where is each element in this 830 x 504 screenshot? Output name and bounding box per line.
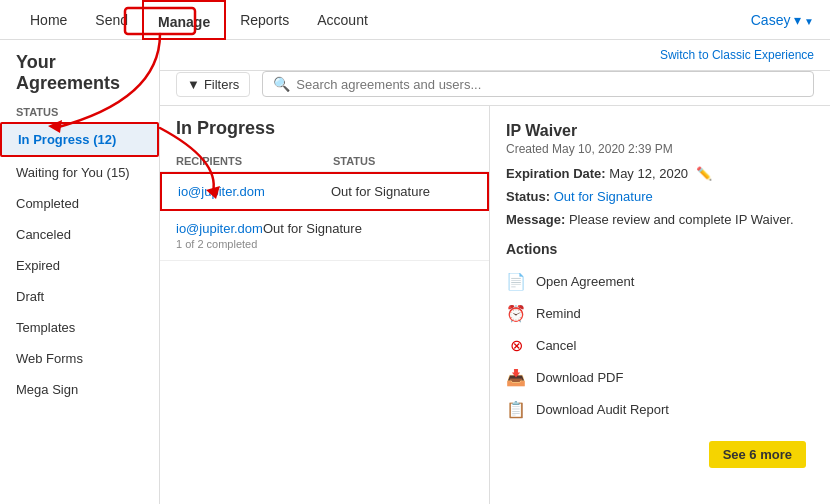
sidebar-item-completed[interactable]: Completed xyxy=(0,188,159,219)
nav-manage[interactable]: Manage xyxy=(142,0,226,40)
nav-send[interactable]: Send xyxy=(81,0,142,40)
nav-account[interactable]: Account xyxy=(303,0,382,40)
list-columns: RECIPIENTS STATUS xyxy=(160,151,489,172)
remind-label: Remind xyxy=(536,306,581,321)
detail-panel: IP Waiver Created May 10, 2020 2:39 PM E… xyxy=(490,106,830,504)
download-audit-icon: 📋 xyxy=(506,399,526,419)
top-nav: Home Send Manage Reports Account Casey ▾ xyxy=(0,0,830,40)
actions-title: Actions xyxy=(506,241,814,257)
search-input[interactable] xyxy=(296,77,803,92)
search-icon: 🔍 xyxy=(273,76,290,92)
sidebar-status-label: STATUS xyxy=(0,98,159,122)
status-2: Out for Signature xyxy=(263,221,362,236)
status-1: Out for Signature xyxy=(331,184,471,199)
expiration-label: Expiration Date: xyxy=(506,166,606,181)
main-content: Switch to Classic Experience ▼ Filters 🔍… xyxy=(160,40,830,504)
remind-icon: ⏰ xyxy=(506,303,526,323)
download-pdf-label: Download PDF xyxy=(536,370,623,385)
see-more-button[interactable]: See 6 more xyxy=(709,441,806,468)
detail-expiration: Expiration Date: May 12, 2020 ✏️ xyxy=(506,166,814,181)
nav-home[interactable]: Home xyxy=(16,0,81,40)
filter-label: Filters xyxy=(204,77,239,92)
sidebar-header: Your Agreements xyxy=(0,40,159,98)
status-label: Status: xyxy=(506,189,550,204)
sidebar-item-canceled[interactable]: Canceled xyxy=(0,219,159,250)
list-row-2[interactable]: io@jupiter.dom Out for Signature 1 of 2 … xyxy=(160,211,489,261)
col-header-status: STATUS xyxy=(333,155,473,167)
sidebar-item-in-progress[interactable]: In Progress (12) xyxy=(0,122,159,157)
open-agreement-icon: 📄 xyxy=(506,271,526,291)
recipient-2: io@jupiter.dom xyxy=(176,221,263,236)
filter-icon: ▼ xyxy=(187,77,200,92)
agreement-list: In Progress RECIPIENTS STATUS io@jupiter… xyxy=(160,106,490,504)
search-toolbar: ▼ Filters 🔍 xyxy=(160,71,830,106)
action-download-pdf[interactable]: 📥 Download PDF xyxy=(506,361,814,393)
open-agreement-label: Open Agreement xyxy=(536,274,634,289)
list-header: In Progress xyxy=(160,106,489,151)
detail-status: Status: Out for Signature xyxy=(506,189,814,204)
sidebar-item-waiting-for-you[interactable]: Waiting for You (15) xyxy=(0,157,159,188)
sidebar-item-mega-sign[interactable]: Mega Sign xyxy=(0,374,159,405)
action-cancel[interactable]: ⊗ Cancel xyxy=(506,329,814,361)
sidebar-item-expired[interactable]: Expired xyxy=(0,250,159,281)
action-remind[interactable]: ⏰ Remind xyxy=(506,297,814,329)
page-container: Your Agreements STATUS In Progress (12) … xyxy=(0,40,830,504)
sidebar: Your Agreements STATUS In Progress (12) … xyxy=(0,40,160,504)
main-toolbar: Switch to Classic Experience xyxy=(160,40,830,71)
sub-text-2: 1 of 2 completed xyxy=(176,238,473,250)
col-header-recipients: RECIPIENTS xyxy=(176,155,333,167)
recipient-1: io@jupiter.dom xyxy=(178,184,331,199)
search-box[interactable]: 🔍 xyxy=(262,71,814,97)
edit-expiration-icon[interactable]: ✏️ xyxy=(696,166,712,181)
sidebar-item-templates[interactable]: Templates xyxy=(0,312,159,343)
nav-reports[interactable]: Reports xyxy=(226,0,303,40)
cancel-label: Cancel xyxy=(536,338,576,353)
list-row-1[interactable]: io@jupiter.dom Out for Signature xyxy=(160,172,489,211)
message-label: Message: xyxy=(506,212,565,227)
detail-title: IP Waiver xyxy=(506,122,814,140)
detail-message: Message: Please review and complete IP W… xyxy=(506,212,814,227)
sidebar-item-web-forms[interactable]: Web Forms xyxy=(0,343,159,374)
download-audit-label: Download Audit Report xyxy=(536,402,669,417)
action-download-audit[interactable]: 📋 Download Audit Report xyxy=(506,393,814,425)
user-menu[interactable]: Casey ▾ xyxy=(751,12,814,28)
filter-button[interactable]: ▼ Filters xyxy=(176,72,250,97)
action-open-agreement[interactable]: 📄 Open Agreement xyxy=(506,265,814,297)
detail-created: Created May 10, 2020 2:39 PM xyxy=(506,142,814,156)
cancel-icon: ⊗ xyxy=(506,335,526,355)
sidebar-item-draft[interactable]: Draft xyxy=(0,281,159,312)
switch-link[interactable]: Switch to Classic Experience xyxy=(660,48,814,62)
download-pdf-icon: 📥 xyxy=(506,367,526,387)
agreement-panel: In Progress RECIPIENTS STATUS io@jupiter… xyxy=(160,106,830,504)
